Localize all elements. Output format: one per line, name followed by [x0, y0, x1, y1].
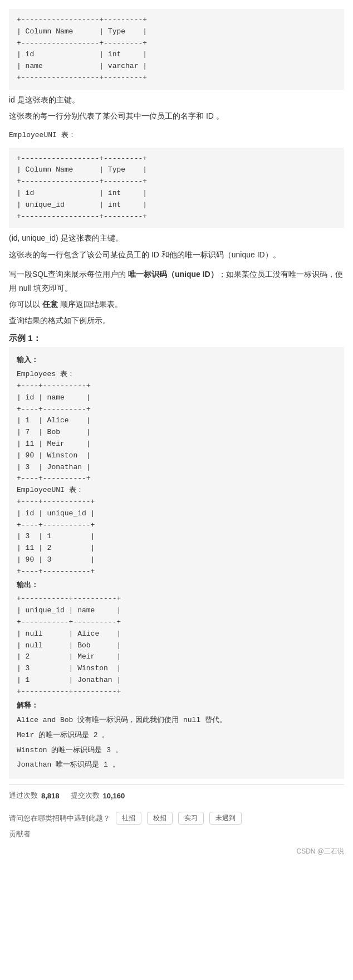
output-table: +-----------+----------+ | unique_id | n… — [17, 593, 336, 698]
input-label: 输入： — [17, 355, 336, 367]
output-label: 输出： — [17, 580, 336, 592]
pass-count-label: 通过次数 — [9, 791, 38, 801]
employeeUNI-label: EmployeeUNI 表： — [9, 129, 344, 142]
tag-xiaozao[interactable]: 校招 — [147, 812, 173, 825]
submit-count-label: 提交次数 — [71, 791, 100, 801]
tag-row: 请问您在哪类招聘中遇到此题？ 社招 校招 实习 未遇到 — [9, 812, 344, 825]
explanation-line-2: Winston 的唯一标识码是 3 。 — [17, 744, 336, 758]
explanation-line-1: Meir 的唯一标识码是 2 。 — [17, 729, 336, 743]
top-desc1: id 是这张表的主键。 — [9, 93, 344, 107]
question-line2-suffix: 顺序返回结果表。 — [58, 300, 122, 309]
employees-table-label: Employees 表： — [17, 369, 336, 381]
example-box: 输入： Employees 表： +----+----------+ | id … — [9, 347, 344, 779]
pass-count-value: 8,818 — [41, 792, 60, 800]
top-table-code: +------------------+---------+ | Column … — [9, 9, 344, 90]
question-line2-prefix: 你可以以 — [9, 300, 40, 309]
pass-count-item: 通过次数 8,818 — [9, 791, 60, 801]
explanation-label: 解释： — [17, 700, 336, 712]
tag-shixie[interactable]: 实习 — [178, 812, 204, 825]
question-line3: 查询结果的格式如下例所示。 — [9, 314, 344, 328]
employeeUNI-desc2: 这张表的每一行包含了该公司某位员工的 ID 和他的唯一标识码（unique ID… — [9, 248, 344, 262]
csdn-watermark: CSDN @三石说 — [9, 844, 344, 860]
employeeUNI-table: +------------------+---------+ | Column … — [9, 148, 344, 228]
question-unique-id-bold: 唯一标识码（unique ID） — [126, 270, 218, 279]
submit-count-value: 10,160 — [103, 792, 125, 800]
question-label: 请问您在哪类招聘中遇到此题？ — [9, 813, 110, 823]
explanation-line-3: Jonathan 唯一标识码是 1 。 — [17, 758, 336, 772]
tag-weiyudao[interactable]: 未遇到 — [209, 812, 242, 825]
example1-title: 示例 1： — [9, 333, 344, 344]
employeeUNI-table2: +----+-----------+ | id | unique_id | +-… — [17, 496, 336, 578]
question-line2: 你可以以 任意 顺序返回结果表。 — [9, 298, 344, 311]
explanation-lines: Alice and Bob 没有唯一标识码，因此我们使用 null 替代。 Me… — [17, 714, 336, 772]
top-desc2: 这张表的每一行分别代表了某公司其中一位员工的名字和 ID 。 — [9, 109, 344, 123]
footer-stats: 通过次数 8,818 提交次数 10,160 — [9, 784, 344, 806]
employeeUNI-desc1: (id, unique_id) 是这张表的主键。 — [9, 231, 344, 245]
page-container: +------------------+---------+ | Column … — [0, 0, 353, 865]
question-line1-prefix: 写一段SQL查询来展示每位用户的 — [9, 270, 126, 279]
question-line1: 写一段SQL查询来展示每位用户的 唯一标识码（unique ID）；如果某位员工… — [9, 267, 344, 295]
tag-shezao[interactable]: 社招 — [116, 812, 141, 825]
employeeUNI-table2-label: EmployeeUNI 表： — [17, 485, 336, 496]
contributor-label: 贡献者 — [9, 829, 344, 839]
employees-table: +----+----------+ | id | name | +----+--… — [17, 381, 336, 485]
submit-count-item: 提交次数 10,160 — [71, 791, 125, 801]
question-anyorder-bold: 任意 — [40, 300, 58, 309]
explanation-line-0: Alice and Bob 没有唯一标识码，因此我们使用 null 替代。 — [17, 714, 336, 728]
